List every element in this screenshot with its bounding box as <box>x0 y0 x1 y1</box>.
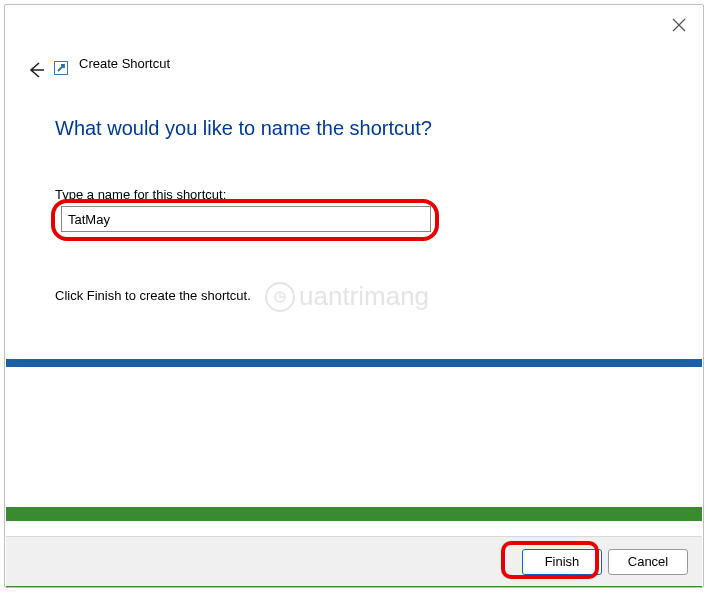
background-strip <box>6 359 702 367</box>
close-button[interactable] <box>669 15 689 35</box>
watermark-icon <box>265 282 295 312</box>
name-label: Type a name for this shortcut: <box>55 187 226 202</box>
watermark: uantrimang <box>265 281 429 312</box>
shortcut-overlay-icon <box>54 61 68 75</box>
background-strip <box>6 507 702 521</box>
shortcut-name-input[interactable] <box>61 206 431 232</box>
cancel-button[interactable]: Cancel <box>608 549 688 575</box>
back-button[interactable] <box>25 59 47 81</box>
back-arrow-icon <box>27 61 45 79</box>
footer-bar: Finish Cancel <box>6 536 702 586</box>
page-title: Create Shortcut <box>79 56 170 71</box>
svg-point-0 <box>275 292 285 302</box>
finish-button[interactable]: Finish <box>522 549 602 575</box>
close-icon <box>672 18 686 32</box>
dialog-frame: Create Shortcut What would you like to n… <box>4 4 704 588</box>
watermark-text: uantrimang <box>299 281 429 312</box>
instruction-text: Click Finish to create the shortcut. <box>55 288 251 303</box>
main-heading: What would you like to name the shortcut… <box>55 117 432 140</box>
